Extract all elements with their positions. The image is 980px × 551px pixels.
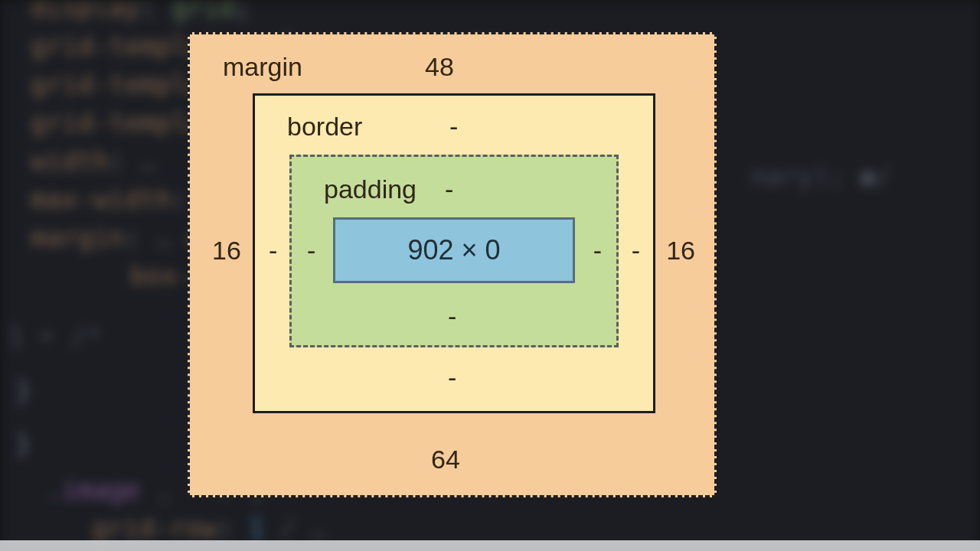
box-model-border-left-value: - — [269, 236, 277, 266]
box-model-border-bottom-value: - — [448, 363, 456, 393]
box-model-margin-top-value: 48 — [425, 52, 454, 82]
box-model-padding-right-value: - — [593, 236, 602, 266]
box-model-margin-left-value: 16 — [212, 236, 241, 266]
box-model-content-size: 902 × 0 — [407, 234, 500, 266]
box-model-padding-label: padding — [324, 174, 416, 204]
box-model-padding-left-value: - — [307, 236, 315, 266]
box-model-border-top-value: - — [449, 112, 458, 142]
window-bottom-strip — [0, 540, 980, 551]
box-model-border-right-value: - — [632, 236, 640, 266]
box-model-margin-right-value: 16 — [666, 236, 695, 266]
box-model-margin-bottom-value: 64 — [431, 445, 460, 474]
box-model-diagram: margin 48 16 16 64 border - - - - paddin… — [188, 32, 717, 497]
box-model-border-label: border — [287, 112, 362, 142]
box-model-padding-bottom-value: - — [448, 302, 456, 331]
box-model-content-region: 902 × 0 — [333, 217, 575, 283]
box-model-margin-label: margin — [223, 52, 302, 82]
box-model-padding-top-value: - — [445, 174, 453, 204]
